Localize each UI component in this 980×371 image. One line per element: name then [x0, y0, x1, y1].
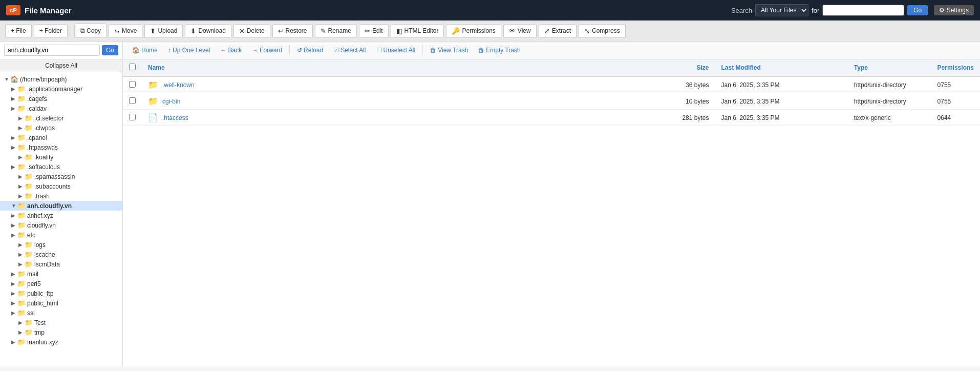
header-modified[interactable]: Last Modified — [715, 59, 847, 76]
tree-item[interactable]: ▶📁.cpanel — [0, 133, 122, 142]
tree-item[interactable]: ▶📁public_html — [0, 298, 122, 308]
up-one-level-button[interactable]: ↑ Up One Level — [164, 45, 214, 56]
sidebar-path-input[interactable] — [4, 45, 100, 56]
unselect-all-button[interactable]: ☐ Unselect All — [372, 45, 420, 56]
new-file-button[interactable]: + File — [5, 24, 32, 37]
delete-icon: ✕ — [239, 27, 245, 35]
expand-icon: ▶ — [11, 145, 16, 150]
table-row: 📄 .htaccess 281 bytes Jan 6, 2025, 3:35 … — [123, 110, 980, 126]
expand-icon: ▶ — [18, 183, 24, 189]
copy-button[interactable]: ⧉ Copy — [74, 24, 106, 38]
tree-item-label: Test — [34, 319, 46, 326]
nav-bar: 🏠 🏠 Home Home ↑ Up One Level ← Back → Fo… — [123, 42, 980, 59]
tree-item[interactable]: ▶📁lscache — [0, 250, 122, 259]
empty-trash-button[interactable]: 🗑 Empty Trash — [474, 45, 524, 56]
view-trash-button[interactable]: 🗑 View Trash — [426, 45, 472, 56]
tree-item[interactable]: ▼📁anh.cloudfly.vn — [0, 201, 122, 211]
search-go-button[interactable]: Go — [907, 5, 928, 15]
sidebar-go-button[interactable]: Go — [102, 45, 118, 55]
row-checkbox-cell — [123, 93, 142, 110]
back-button[interactable]: ← Back — [216, 45, 246, 56]
download-button[interactable]: ⬇ Download — [185, 24, 231, 38]
select-all-button[interactable]: ☑ Select All — [329, 45, 370, 56]
expand-icon: ▶ — [11, 213, 16, 218]
delete-button[interactable]: ✕ Delete — [233, 24, 270, 38]
size-cell: 10 bytes — [632, 93, 715, 110]
row-checkbox[interactable] — [129, 114, 136, 120]
file-name-link[interactable]: .well-known — [162, 81, 195, 89]
tree-item[interactable]: ▶📁public_ftp — [0, 288, 122, 298]
rename-button[interactable]: ✎ Rename — [315, 24, 357, 38]
tree-item[interactable]: ▶📁ssl — [0, 308, 122, 318]
html-icon: ◧ — [396, 27, 402, 35]
file-name-link[interactable]: cgi-bin — [162, 98, 180, 105]
tree-item[interactable]: ▶📁.softaculous — [0, 162, 122, 172]
folder-icon: 📁 — [17, 105, 26, 112]
name-cell: 📁 cgi-bin — [142, 93, 632, 110]
tree-item[interactable]: ▶📁tmp — [0, 327, 122, 337]
tree-item[interactable]: ▶📁.applicationmanager — [0, 84, 122, 94]
tree-item[interactable]: ▶📁tuanluu.xyz — [0, 337, 122, 347]
new-folder-button[interactable]: + Folder — [34, 24, 68, 37]
tree-item[interactable]: ▶📁cloudfly.vn — [0, 220, 122, 230]
settings-button[interactable]: ⚙ Settings — [934, 5, 974, 15]
tree-item[interactable]: ▶📁anhcf.xyz — [0, 211, 122, 220]
move-button[interactable]: ⤿ Move — [109, 24, 142, 38]
tree-item[interactable]: ▶📁.clwpos — [0, 123, 122, 133]
toolbar: + File + Folder ⧉ Copy ⤿ Move ⬆ Upload ⬇… — [0, 20, 980, 42]
tree-item-label: logs — [34, 241, 46, 249]
view-button[interactable]: 👁 View — [503, 24, 537, 38]
html-editor-button[interactable]: ◧ HTML Editor — [391, 24, 444, 38]
tree-item[interactable]: ▶📁.cagefs — [0, 94, 122, 104]
tree-item[interactable]: ▶📁.spamassassin — [0, 172, 122, 181]
tree-item-label: public_html — [27, 300, 58, 307]
compress-icon: ⤡ — [584, 27, 590, 35]
row-checkbox[interactable] — [129, 97, 136, 104]
upload-button[interactable]: ⬆ Upload — [144, 24, 183, 38]
tree-item[interactable]: ▶📁Test — [0, 318, 122, 327]
forward-button[interactable]: → Forward — [248, 45, 286, 56]
folder-icon: 📁 — [17, 309, 26, 317]
permissions-button[interactable]: 🔑 Permissions — [446, 24, 501, 38]
restore-button[interactable]: ↩ Restore — [272, 24, 313, 38]
tree-item-label: tuanluu.xyz — [27, 339, 58, 346]
search-select[interactable]: All Your Files — [755, 4, 808, 16]
home-icon: 🏠 — [132, 47, 140, 54]
extract-button[interactable]: ⤢ Extract — [539, 24, 577, 38]
header-name[interactable]: Name — [142, 59, 632, 76]
tree-item[interactable]: ▶📁lscmData — [0, 259, 122, 269]
tree-item[interactable]: ▶📁etc — [0, 230, 122, 240]
reload-button[interactable]: ↺ Reload — [293, 45, 327, 56]
tree-item[interactable]: ▶📁.caldav — [0, 104, 122, 113]
tree-item-label: lscmData — [34, 261, 60, 268]
tree-item[interactable]: ▶📁.trash — [0, 191, 122, 201]
tree-item[interactable]: ▼🏠(/home/bnpoaph) — [0, 74, 122, 84]
tree-item[interactable]: ▶📁logs — [0, 240, 122, 250]
tree-item[interactable]: ▶📁.subaccounts — [0, 181, 122, 191]
tree-item[interactable]: ▶📁.cl.selector — [0, 113, 122, 123]
header-permissions[interactable]: Permissions — [931, 59, 980, 76]
search-input[interactable] — [822, 5, 904, 16]
expand-icon: ▶ — [18, 320, 24, 325]
header-type[interactable]: Type — [848, 59, 931, 76]
for-label: for — [812, 7, 819, 14]
cpanel-icon: cP — [6, 5, 20, 15]
select-all-icon: ☑ — [333, 47, 339, 54]
edit-button[interactable]: ✏ Edit — [359, 24, 389, 38]
tree-item[interactable]: ▶📁.koality — [0, 152, 122, 162]
header-size[interactable]: Size — [632, 59, 715, 76]
tree-item-label: .subaccounts — [34, 183, 71, 190]
table-header-row: Name Size Last Modified Type Permissions — [123, 59, 980, 76]
tree-item[interactable]: ▶📁mail — [0, 269, 122, 279]
home-button[interactable]: 🏠 🏠 Home Home — [128, 45, 162, 56]
collapse-all-button[interactable]: Collapse All — [0, 59, 122, 72]
row-checkbox[interactable] — [129, 81, 136, 88]
select-all-checkbox[interactable] — [129, 64, 136, 70]
tree-item[interactable]: ▶📁.htpasswds — [0, 142, 122, 152]
folder-icon: 📁 — [17, 270, 26, 278]
compress-button[interactable]: ⤡ Compress — [579, 24, 626, 38]
tree-item-label: mail — [27, 271, 38, 278]
tree-item[interactable]: ▶📁perl5 — [0, 279, 122, 288]
modified-cell: Jan 6, 2025, 3:35 PM — [715, 110, 847, 126]
file-name-link[interactable]: .htaccess — [162, 114, 188, 121]
